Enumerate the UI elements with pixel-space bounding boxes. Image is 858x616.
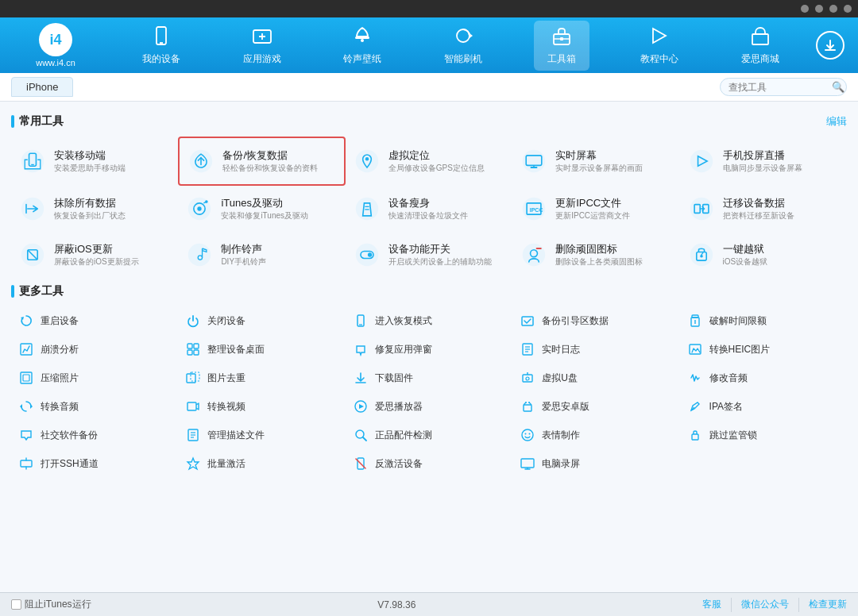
mini-tool-aisi-player[interactable]: 爱思播放器 [346,392,512,421]
emoji-make-label: 表情制作 [542,429,580,442]
minimize-btn[interactable] [801,5,809,13]
svg-rect-4 [361,39,364,42]
edit-button[interactable]: 编辑 [826,114,847,129]
mini-tool-social-backup[interactable]: 社交软件备份 [11,421,178,449]
mini-tool-manage-profiles[interactable]: 管理描述文件 [178,421,345,449]
slim-device-text: 设备瘦身 快速清理设备垃圾文件 [388,197,468,221]
mini-tool-realtime-log[interactable]: 实时日志 [512,335,679,364]
erase-data-desc: 恢复设备到出厂状态 [54,210,126,221]
tool-update-ipcc[interactable]: IPCC 更新IPCC文件 更新IPCC运营商文件 [512,186,679,232]
nav-tutorial[interactable]: 教程中心 [629,21,690,71]
nav-ringtones-label: 铃声壁纸 [343,52,381,66]
nav-store[interactable]: 爱思商城 [730,21,790,71]
tool-migrate-data[interactable]: 迁移设备数据 把资料迁移至新设备 [680,186,847,232]
block-ios-update-desc: 屏蔽设备的iOS更新提示 [54,256,139,267]
tool-erase-data[interactable]: 抹除所有数据 恢复设备到出厂状态 [11,186,178,232]
nav-toolbox[interactable]: 工具箱 [534,21,589,71]
tool-delete-stubborn[interactable]: 删除顽固图标 删除设备上各类顽固图标 [512,232,679,278]
mini-tool-crash-analysis[interactable]: 崩溃分析 [11,335,178,364]
download-button[interactable] [816,31,844,60]
skip-supervision-icon [686,426,704,444]
search-input[interactable] [729,82,832,93]
tool-realtime-screen[interactable]: 实时屏幕 实时显示设备屏幕的画面 [512,137,679,186]
tool-install-mobile[interactable]: 安装移动端 安装爱思助手移动端 [11,137,178,186]
nav-smart-brush[interactable]: 智能刷机 [433,21,493,71]
mini-tool-break-time-limit[interactable]: 破解时间限额 [680,306,847,335]
mini-tool-edit-audio[interactable]: 修改音频 [680,364,847,392]
mini-tool-shutdown[interactable]: 关闭设备 [178,306,345,335]
mini-tool-organize-desktop[interactable]: 整理设备桌面 [178,335,345,364]
svg-marker-79 [20,404,22,409]
mini-tool-convert-audio[interactable]: 转换音频 [11,392,178,421]
mini-tool-pc-screen[interactable]: 电脑录屏 [512,449,679,478]
nav-apps-games[interactable]: 应用游戏 [232,21,292,71]
mini-tool-deactivate-device[interactable]: 反激活设备 [346,449,512,478]
version-text: V7.98.36 [377,599,415,610]
update-ipcc-text: 更新IPCC文件 更新IPCC运营商文件 [555,197,630,221]
mini-tool-compress-img[interactable]: 压缩照片 [11,364,178,392]
content-area: 常用工具 编辑 安装移动端 安装爱思助手移动端 [0,102,858,592]
ringtones-icon [352,25,373,51]
erase-data-name: 抹除所有数据 [54,197,126,210]
wechat-link[interactable]: 微信公众号 [741,598,789,611]
itunes-check[interactable]: 阻止iTunes运行 [11,598,91,611]
svg-rect-105 [521,459,534,468]
title-bar [0,0,858,17]
backup-restore-name: 备份/恢复数据 [222,149,318,163]
restore-btn[interactable] [815,5,823,13]
tool-slim-device[interactable]: 设备瘦身 快速清理设备垃圾文件 [346,186,512,232]
mini-tool-open-ssh[interactable]: 打开SSH通道 [11,449,178,478]
close-btn[interactable] [844,5,852,13]
mini-tool-batch-activate[interactable]: 批量激活 [178,449,345,478]
mini-tool-fix-app-crash[interactable]: 修复应用弹窗 [346,335,512,364]
section-bar [11,115,14,128]
screen-cast-text: 手机投屏直播 电脑同步显示设备屏幕 [723,149,802,174]
tool-block-ios-update[interactable]: 屏蔽iOS更新 屏蔽设备的iOS更新提示 [11,232,178,278]
tool-make-ringtone[interactable]: 制作铃声 DIY手机铃声 [178,232,345,278]
svg-rect-61 [187,344,192,348]
update-ipcc-icon: IPCC [519,194,549,224]
svg-rect-3 [355,37,369,39]
mini-tool-skip-supervision[interactable]: 跳过监管锁 [680,421,847,449]
realtime-screen-text: 实时屏幕 实时显示设备屏幕的画面 [555,149,643,174]
mini-tool-virtual-udisk[interactable]: 虚拟U盘 [512,364,679,392]
tool-backup-restore[interactable]: 备份/恢复数据 轻松备份和恢复设备的资料 [178,137,345,186]
mini-tool-reboot[interactable]: 重启设备 [11,306,178,335]
install-mobile-icon [17,146,48,176]
svg-rect-71 [23,375,29,381]
mini-tool-genuine-accessory[interactable]: 正品配件检测 [346,421,512,449]
svg-rect-63 [187,350,192,355]
nav-my-device[interactable]: 我的设备 [131,21,191,71]
mini-tool-download-firmware[interactable]: 下载固件 [346,364,512,392]
realtime-screen-name: 实时屏幕 [555,149,643,163]
check-update-link[interactable]: 检查更新 [809,598,847,611]
tool-jailbreak[interactable]: 一键越狱 iOS设备越狱 [680,232,847,278]
ipa-sign-label: IPA签名 [709,400,743,414]
mini-tool-convert-heic[interactable]: 转换HEIC图片 [680,335,847,364]
svg-point-97 [529,433,531,435]
mini-tool-backup-guide[interactable]: 备份引导区数据 [512,306,679,335]
mini-tool-ipa-sign[interactable]: IPA签名 [680,392,847,421]
tool-itunes-driver[interactable]: iTunes及驱动 安装和修复iTunes及驱动 [178,186,345,232]
maximize-btn[interactable] [829,5,837,13]
mini-tool-convert-video[interactable]: 转换视频 [178,392,345,421]
mini-tool-dedup-photos[interactable]: 图片去重 [178,364,345,392]
svg-rect-0 [157,27,166,44]
tool-virtual-location[interactable]: 虚拟定位 全局修改设备GPS定位信息 [346,137,512,186]
device-tab[interactable]: iPhone [11,77,73,97]
customer-service-link[interactable]: 客服 [702,598,721,611]
break-time-limit-icon [686,312,704,329]
nav-ringtones[interactable]: 铃声壁纸 [332,21,392,71]
device-toggle-desc: 开启或关闭设备上的辅助功能 [388,256,492,267]
mini-tool-aisi-android[interactable]: 爱思安卓版 [512,392,679,421]
mini-tool-recovery-mode[interactable]: 进入恢复模式 [346,306,512,335]
itunes-driver-text: iTunes及驱动 安装和修复iTunes及驱动 [221,197,308,221]
mini-tool-emoji-make[interactable]: 表情制作 [512,421,679,449]
tool-screen-cast[interactable]: 手机投屏直播 电脑同步显示设备屏幕 [680,137,847,186]
itunes-checkbox[interactable] [11,599,21,610]
shutdown-label: 关闭设备 [207,314,245,328]
tool-device-toggle[interactable]: 设备功能开关 开启或关闭设备上的辅助功能 [346,232,512,278]
realtime-log-icon [519,341,536,358]
itunes-label: 阻止iTunes运行 [25,598,91,611]
logo-area: i4 www.i4.cn [8,23,103,67]
